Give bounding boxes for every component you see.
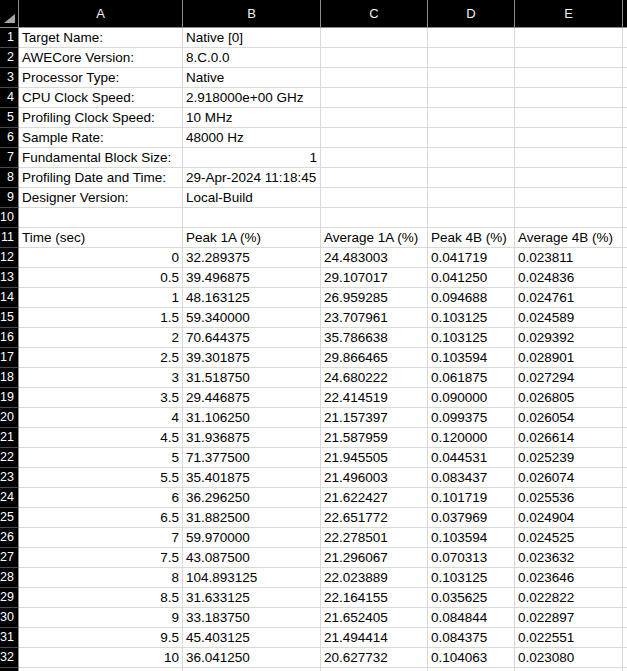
cell-B2[interactable]: 8.C.0.0	[183, 48, 321, 68]
cell-A16[interactable]: 2	[19, 328, 183, 348]
row-header-27[interactable]: 27	[0, 548, 19, 568]
row-header-2[interactable]: 2	[0, 48, 19, 68]
cell-B32[interactable]: 36.041250	[183, 648, 321, 668]
cell-A7[interactable]: Fundamental Block Size:	[19, 148, 183, 168]
cell-E13[interactable]: 0.024836	[515, 268, 623, 288]
cell-A5[interactable]: Profiling Clock Speed:	[19, 108, 183, 128]
cell-E5[interactable]	[515, 108, 623, 128]
cell-D30[interactable]: 0.084844	[428, 608, 515, 628]
row-header-8[interactable]: 8	[0, 168, 19, 188]
cell-A26[interactable]: 7	[19, 528, 183, 548]
cell-C31[interactable]: 21.494414	[321, 628, 428, 648]
cell-B25[interactable]: 31.882500	[183, 508, 321, 528]
cell-B22[interactable]: 71.377500	[183, 448, 321, 468]
cell-C30[interactable]: 21.652405	[321, 608, 428, 628]
select-all-corner[interactable]	[0, 0, 19, 27]
row-header-22[interactable]: 22	[0, 448, 19, 468]
cell-A24[interactable]: 6	[19, 488, 183, 508]
row-header-11[interactable]: 11	[0, 228, 19, 248]
column-header-C[interactable]: C	[321, 0, 428, 27]
cell-D23[interactable]: 0.083437	[428, 468, 515, 488]
row-header-17[interactable]: 17	[0, 348, 19, 368]
cell-E20[interactable]: 0.026054	[515, 408, 623, 428]
cell-D32[interactable]: 0.104063	[428, 648, 515, 668]
row-header-12[interactable]: 12	[0, 248, 19, 268]
cell-D25[interactable]: 0.037969	[428, 508, 515, 528]
cell-C2[interactable]	[321, 48, 428, 68]
cell-E25[interactable]: 0.024904	[515, 508, 623, 528]
cell-C25[interactable]: 22.651772	[321, 508, 428, 528]
cell-D19[interactable]: 0.090000	[428, 388, 515, 408]
row-header-29[interactable]: 29	[0, 588, 19, 608]
cell-A4[interactable]: CPU Clock Speed:	[19, 88, 183, 108]
cell-A19[interactable]: 3.5	[19, 388, 183, 408]
row-header-21[interactable]: 21	[0, 428, 19, 448]
cell-C17[interactable]: 29.866465	[321, 348, 428, 368]
cell-B27[interactable]: 43.087500	[183, 548, 321, 568]
row-header-20[interactable]: 20	[0, 408, 19, 428]
cell-B26[interactable]: 59.970000	[183, 528, 321, 548]
cell-A27[interactable]: 7.5	[19, 548, 183, 568]
cell-C6[interactable]	[321, 128, 428, 148]
cell-D22[interactable]: 0.044531	[428, 448, 515, 468]
cell-D12[interactable]: 0.041719	[428, 248, 515, 268]
row-header-25[interactable]: 25	[0, 508, 19, 528]
cell-A17[interactable]: 2.5	[19, 348, 183, 368]
cell-C4[interactable]	[321, 88, 428, 108]
cell-D13[interactable]: 0.041250	[428, 268, 515, 288]
cell-E21[interactable]: 0.026614	[515, 428, 623, 448]
cell-A31[interactable]: 9.5	[19, 628, 183, 648]
cell-E27[interactable]: 0.023632	[515, 548, 623, 568]
cell-B18[interactable]: 31.518750	[183, 368, 321, 388]
cell-A9[interactable]: Designer Version:	[19, 188, 183, 208]
column-header-E[interactable]: E	[515, 0, 623, 27]
cell-A13[interactable]: 0.5	[19, 268, 183, 288]
cell-A32[interactable]: 10	[19, 648, 183, 668]
row-header-3[interactable]: 3	[0, 68, 19, 88]
row-header-15[interactable]: 15	[0, 308, 19, 328]
cell-A10[interactable]	[19, 208, 183, 228]
cell-A6[interactable]: Sample Rate:	[19, 128, 183, 148]
cell-E32[interactable]: 0.023080	[515, 648, 623, 668]
cell-C14[interactable]: 26.959285	[321, 288, 428, 308]
row-header-10[interactable]: 10	[0, 208, 19, 228]
cell-E8[interactable]	[515, 168, 623, 188]
cell-D6[interactable]	[428, 128, 515, 148]
row-header-32[interactable]: 32	[0, 648, 19, 668]
cell-B15[interactable]: 59.340000	[183, 308, 321, 328]
cell-A1[interactable]: Target Name:	[19, 28, 183, 48]
cell-B20[interactable]: 31.106250	[183, 408, 321, 428]
row-header-23[interactable]: 23	[0, 468, 19, 488]
cell-D3[interactable]	[428, 68, 515, 88]
cell-A22[interactable]: 5	[19, 448, 183, 468]
cell-E18[interactable]: 0.027294	[515, 368, 623, 388]
cell-A23[interactable]: 5.5	[19, 468, 183, 488]
cell-C3[interactable]	[321, 68, 428, 88]
cell-B24[interactable]: 36.296250	[183, 488, 321, 508]
cell-E28[interactable]: 0.023646	[515, 568, 623, 588]
cell-E10[interactable]	[515, 208, 623, 228]
cell-A20[interactable]: 4	[19, 408, 183, 428]
cell-C20[interactable]: 21.157397	[321, 408, 428, 428]
cell-E24[interactable]: 0.025536	[515, 488, 623, 508]
cell-B12[interactable]: 32.289375	[183, 248, 321, 268]
cell-E9[interactable]	[515, 188, 623, 208]
row-header-1[interactable]: 1	[0, 28, 19, 48]
row-header-19[interactable]: 19	[0, 388, 19, 408]
row-header-16[interactable]: 16	[0, 328, 19, 348]
cell-E11[interactable]: Average 4B (%)	[515, 228, 623, 248]
cell-C1[interactable]	[321, 28, 428, 48]
cell-A29[interactable]: 8.5	[19, 588, 183, 608]
cell-E16[interactable]: 0.029392	[515, 328, 623, 348]
cell-B28[interactable]: 104.893125	[183, 568, 321, 588]
cell-B13[interactable]: 39.496875	[183, 268, 321, 288]
row-header-28[interactable]: 28	[0, 568, 19, 588]
cell-D18[interactable]: 0.061875	[428, 368, 515, 388]
cell-E26[interactable]: 0.024525	[515, 528, 623, 548]
cell-A11[interactable]: Time (sec)	[19, 228, 183, 248]
cell-C10[interactable]	[321, 208, 428, 228]
cell-A30[interactable]: 9	[19, 608, 183, 628]
cell-A12[interactable]: 0	[19, 248, 183, 268]
cell-B31[interactable]: 45.403125	[183, 628, 321, 648]
cell-A28[interactable]: 8	[19, 568, 183, 588]
